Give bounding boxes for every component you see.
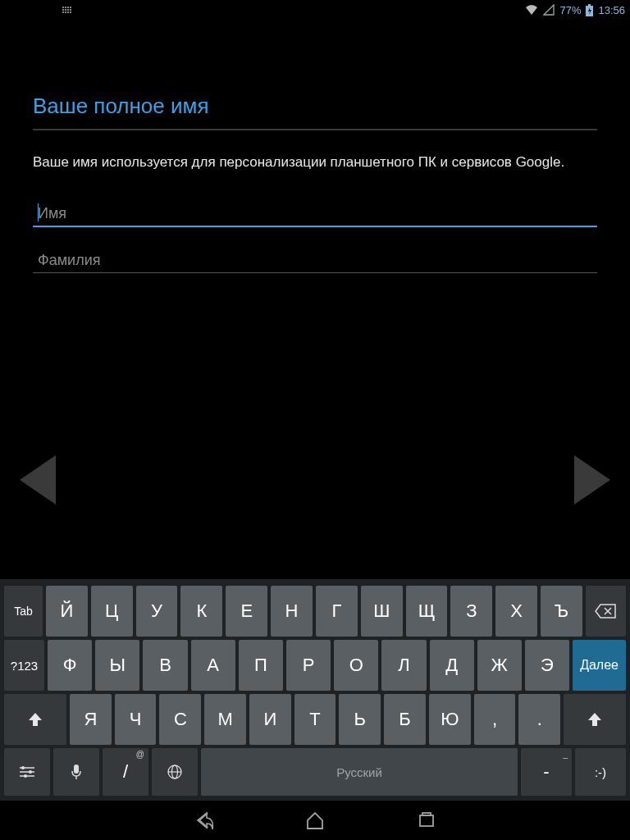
key-letter[interactable]: В bbox=[143, 640, 187, 691]
keyboard-indicator-icon bbox=[5, 7, 71, 13]
key-space[interactable]: Русский bbox=[201, 748, 518, 796]
key-letter[interactable]: , bbox=[474, 694, 516, 745]
backspace-icon bbox=[595, 604, 616, 619]
key-letter[interactable]: Г bbox=[316, 586, 358, 637]
signal-icon bbox=[543, 4, 555, 16]
key-letter[interactable]: Ы bbox=[95, 640, 139, 691]
key-letter[interactable]: П bbox=[239, 640, 283, 691]
key-smile[interactable]: :-) bbox=[575, 748, 626, 796]
key-letter[interactable]: Л bbox=[381, 640, 426, 691]
key-letter[interactable]: Е bbox=[226, 586, 267, 637]
key-letter[interactable]: У bbox=[136, 586, 178, 637]
key-settings[interactable] bbox=[4, 748, 50, 796]
back-button[interactable] bbox=[20, 455, 56, 504]
key-slash[interactable]: @/ bbox=[103, 748, 148, 796]
globe-icon bbox=[167, 764, 183, 780]
nav-recent-icon[interactable] bbox=[416, 810, 437, 831]
key-language[interactable] bbox=[152, 748, 198, 796]
shift-icon bbox=[587, 711, 603, 728]
sliders-icon bbox=[18, 765, 36, 779]
key-letter[interactable]: Э bbox=[525, 640, 569, 691]
status-bar: 77% 13:56 bbox=[0, 0, 630, 20]
last-name-input[interactable] bbox=[33, 249, 597, 273]
key-letter[interactable]: Р bbox=[286, 640, 331, 691]
svg-rect-11 bbox=[422, 813, 431, 815]
key-letter[interactable]: О bbox=[334, 640, 378, 691]
battery-icon bbox=[586, 4, 593, 16]
wifi-icon bbox=[525, 4, 538, 16]
first-name-input[interactable] bbox=[33, 202, 597, 227]
nav-back-icon[interactable] bbox=[193, 810, 214, 831]
clock-text: 13:56 bbox=[598, 4, 625, 16]
key-letter[interactable]: Х bbox=[495, 586, 537, 637]
svg-point-2 bbox=[21, 766, 25, 769]
key-letter[interactable]: Ж bbox=[477, 640, 522, 691]
key-letter[interactable]: . bbox=[518, 694, 560, 745]
svg-rect-5 bbox=[74, 765, 79, 774]
key-letter[interactable]: Ь bbox=[339, 694, 381, 745]
key-shift-left[interactable] bbox=[4, 694, 66, 745]
forward-button[interactable] bbox=[574, 455, 610, 504]
first-name-field-container bbox=[33, 202, 597, 227]
shift-icon bbox=[27, 711, 43, 728]
key-sup: _ bbox=[563, 750, 568, 759]
key-sup: @ bbox=[136, 750, 144, 759]
text-cursor bbox=[38, 203, 39, 221]
key-letter[interactable]: К bbox=[180, 586, 222, 637]
key-letter[interactable]: Ф bbox=[48, 640, 92, 691]
key-letter[interactable]: Н bbox=[271, 586, 313, 637]
svg-rect-10 bbox=[420, 815, 433, 826]
key-tab[interactable]: Tab bbox=[4, 586, 43, 637]
key-letter[interactable]: З bbox=[450, 586, 492, 637]
soft-keyboard: Tab Й Ц У К Е Н Г Ш Щ З Х Ъ ?123 Ф Ы В А… bbox=[0, 579, 630, 801]
key-letter[interactable]: С bbox=[159, 694, 201, 745]
navigation-bar bbox=[0, 801, 630, 840]
key-letter[interactable]: Ю bbox=[429, 694, 471, 745]
key-backspace[interactable] bbox=[586, 586, 626, 637]
key-letter[interactable]: Ч bbox=[115, 694, 157, 745]
key-letter[interactable]: Ц bbox=[91, 586, 133, 637]
svg-rect-1 bbox=[588, 4, 591, 6]
key-letter[interactable]: Ш bbox=[361, 586, 403, 637]
key-letter[interactable]: Ъ bbox=[541, 586, 582, 637]
battery-text: 77% bbox=[559, 4, 581, 16]
key-next[interactable]: Далее bbox=[573, 640, 626, 691]
key-letter[interactable]: Щ bbox=[406, 586, 448, 637]
key-symbols[interactable]: ?123 bbox=[4, 640, 44, 691]
key-letter[interactable]: Я bbox=[70, 694, 112, 745]
page-title: Ваше полное имя bbox=[33, 20, 597, 129]
mic-icon bbox=[71, 764, 82, 780]
description-text: Ваше имя используется для персонализации… bbox=[33, 130, 597, 202]
key-letter[interactable]: Б bbox=[384, 694, 426, 745]
key-letter[interactable]: А bbox=[191, 640, 235, 691]
nav-home-icon[interactable] bbox=[304, 810, 326, 831]
key-letter[interactable]: Й bbox=[46, 586, 88, 637]
last-name-field-container bbox=[33, 249, 597, 273]
key-dash[interactable]: _- bbox=[521, 748, 572, 796]
svg-point-3 bbox=[29, 770, 32, 774]
key-letter[interactable]: Т bbox=[294, 694, 336, 745]
key-letter[interactable]: М bbox=[204, 694, 246, 745]
svg-point-4 bbox=[24, 774, 27, 778]
key-voice[interactable] bbox=[53, 748, 99, 796]
key-letter[interactable]: Д bbox=[430, 640, 474, 691]
key-shift-right[interactable] bbox=[564, 694, 626, 745]
key-letter[interactable]: И bbox=[249, 694, 291, 745]
